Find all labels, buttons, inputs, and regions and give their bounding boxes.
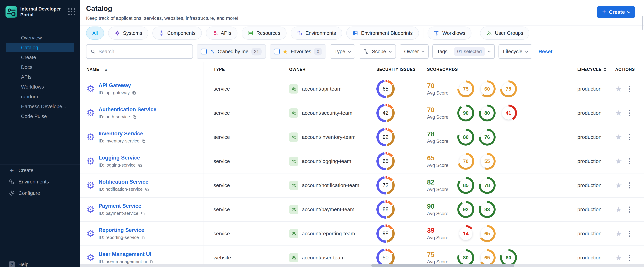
apps-grid-icon[interactable] (68, 8, 75, 15)
sidebar-item-environments[interactable]: Environments (0, 176, 80, 188)
scorecard-ring[interactable]: 80 (457, 249, 474, 266)
entity-name-link[interactable]: User Management UI (98, 251, 153, 257)
favorite-star-button[interactable]: ★ (615, 206, 622, 213)
favorite-star-button[interactable]: ★ (615, 133, 622, 141)
reset-filters-link[interactable]: Reset (538, 48, 552, 54)
tab-apis[interactable]: APIs (206, 26, 238, 40)
tab-user-groups[interactable]: User Groups (480, 26, 529, 40)
kebab-menu-button[interactable] (628, 182, 631, 190)
favorite-star-button[interactable]: ★ (615, 109, 622, 117)
tab-all[interactable]: All (86, 26, 104, 40)
tab-environments[interactable]: Environments (291, 26, 342, 40)
scorecard-ring[interactable]: 55 (479, 153, 496, 170)
entity-name-link[interactable]: Reporting Service (98, 227, 145, 233)
scorecard-ring[interactable]: 65 (479, 249, 496, 266)
sidebar-item-create[interactable]: + Create (0, 165, 80, 176)
favorite-star-button[interactable]: ★ (615, 182, 622, 189)
scorecard-ring[interactable]: 83 (479, 201, 496, 218)
tab-resources[interactable]: Resources (242, 26, 286, 40)
copy-icon[interactable] (145, 187, 149, 192)
copy-icon[interactable] (132, 90, 136, 95)
security-issues-donut[interactable]: 92 (376, 128, 395, 146)
sidebar-item-workflows[interactable]: Workflows (6, 82, 74, 92)
scorecard-ring[interactable]: 80 (500, 249, 517, 266)
entity-name-link[interactable]: Authentication Service (98, 106, 156, 113)
copy-icon[interactable] (141, 235, 146, 240)
sidebar-item-code-pulse[interactable]: Code Pulse (6, 112, 74, 121)
column-header-name[interactable]: NAME ▲ (80, 62, 204, 77)
security-issues-donut[interactable]: 72 (376, 176, 395, 194)
table-row-logging-service[interactable]: ⚙ Logging Service ID: logging-service se… (80, 149, 644, 174)
scorecard-ring[interactable]: 92 (457, 201, 474, 218)
security-issues-donut[interactable]: 65 (376, 152, 395, 170)
scorecard-ring[interactable]: 90 (457, 104, 474, 122)
sidebar-item-help[interactable]: ? Help (8, 261, 80, 267)
entity-name-link[interactable]: Notification Service (98, 179, 149, 185)
tab-workflows[interactable]: Workflows (428, 26, 472, 40)
scorecard-ring[interactable]: 75 (457, 80, 474, 97)
scorecard-ring[interactable]: 80 (479, 104, 496, 122)
security-issues-donut[interactable]: 98 (376, 224, 395, 243)
table-row-inventory-service[interactable]: ⚙ Inventory Service ID: inventory-servic… (80, 125, 644, 149)
scorecard-ring[interactable]: 41 (500, 104, 517, 122)
scorecard-ring[interactable]: 76 (479, 129, 496, 146)
sidebar-item-random[interactable]: random (6, 92, 74, 102)
entity-name-link[interactable]: Payment Service (98, 203, 145, 209)
scorecard-ring[interactable]: 14 (457, 225, 474, 242)
favorite-star-button[interactable]: ★ (615, 158, 622, 165)
owned-by-me-checkbox[interactable] (201, 48, 207, 54)
owner-dropdown[interactable]: Owner (400, 44, 428, 59)
vertical-scrollbar-thumb[interactable] (642, 16, 643, 30)
favorite-star-button[interactable]: ★ (615, 85, 622, 93)
copy-icon[interactable] (132, 115, 136, 119)
favorites-checkbox[interactable] (274, 48, 280, 54)
sidebar-item-harness-develope[interactable]: Harness Develope... (6, 102, 74, 111)
tags-dropdown[interactable]: Tags 01 selected (432, 44, 494, 59)
search-input[interactable] (98, 49, 189, 54)
sidebar-item-configure[interactable]: Configure (0, 188, 80, 199)
copy-icon[interactable] (141, 139, 146, 143)
scorecard-ring[interactable]: 85 (457, 177, 474, 194)
kebab-menu-button[interactable] (628, 230, 631, 238)
kebab-menu-button[interactable] (628, 85, 631, 93)
sidebar-item-docs[interactable]: Docs (6, 62, 74, 72)
scorecard-ring[interactable]: 75 (500, 80, 517, 97)
entity-name-link[interactable]: API Gateway (98, 82, 136, 88)
favorite-star-button[interactable]: ★ (615, 230, 622, 237)
sidebar-item-create[interactable]: Create (6, 53, 74, 62)
sidebar-item-apis[interactable]: APIs (6, 72, 74, 82)
kebab-menu-button[interactable] (628, 133, 631, 141)
favorites-filter[interactable]: ★ Favorites 0 (270, 44, 326, 59)
entity-name-link[interactable]: Inventory Service (98, 130, 146, 137)
tab-systems[interactable]: Systems (108, 26, 148, 40)
table-row-api-gateway[interactable]: ⚙ API Gateway ID: api-gateway service ac… (80, 77, 644, 101)
scorecard-ring[interactable]: 70 (457, 153, 474, 170)
scorecard-ring[interactable]: 60 (479, 80, 496, 97)
security-issues-donut[interactable]: 88 (376, 200, 395, 218)
copy-icon[interactable] (140, 211, 145, 216)
kebab-menu-button[interactable] (628, 109, 631, 117)
table-row-payment-service[interactable]: ⚙ Payment Service ID: payment-service se… (80, 198, 644, 222)
copy-icon[interactable] (149, 260, 154, 264)
search-box[interactable] (86, 44, 193, 59)
sidebar-item-overview[interactable]: Overview (6, 33, 74, 42)
table-row-authentication-service[interactable]: ⚙ Authentication Service ID: auth-servic… (80, 101, 644, 125)
scorecard-ring[interactable]: 78 (479, 177, 496, 194)
copy-icon[interactable] (138, 163, 142, 168)
sidebar-item-catalog[interactable]: Catalog (6, 43, 74, 52)
create-button[interactable]: + Create (597, 6, 635, 18)
tab-environment-blueprints[interactable]: Environment Blueprints (346, 26, 419, 40)
security-issues-donut[interactable]: 65 (376, 80, 395, 98)
table-row-reporting-service[interactable]: ⚙ Reporting Service ID: reporting-servic… (80, 222, 644, 246)
table-row-notification-service[interactable]: ⚙ Notification Service ID: notification-… (80, 174, 644, 198)
column-header-lifecycle[interactable]: LIFECYCLE (574, 62, 608, 77)
favorite-star-button[interactable]: ★ (615, 254, 622, 262)
scorecard-ring[interactable]: 65 (479, 225, 496, 242)
kebab-menu-button[interactable] (628, 254, 631, 262)
horizontal-scrollbar-thumb[interactable] (371, 264, 514, 267)
kebab-menu-button[interactable] (628, 206, 631, 214)
entity-name-link[interactable]: Logging Service (98, 155, 142, 161)
scope-dropdown[interactable]: Scope (359, 44, 396, 59)
tab-components[interactable]: Components (152, 26, 202, 40)
scorecard-ring[interactable]: 80 (457, 129, 474, 146)
